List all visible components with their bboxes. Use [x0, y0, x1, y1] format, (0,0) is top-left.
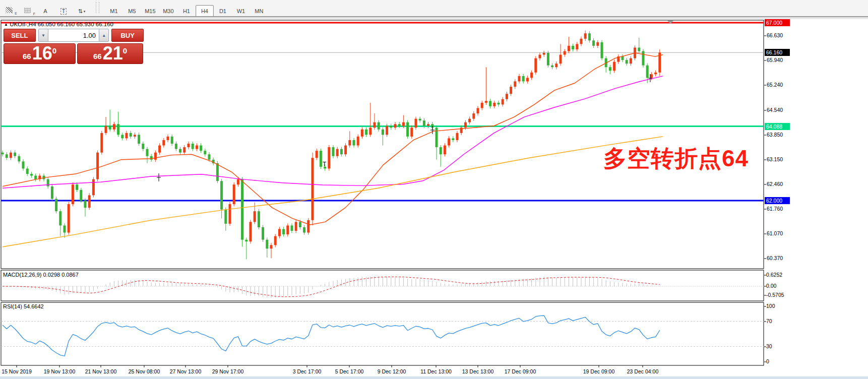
price-level-label: 62.000 [765, 197, 790, 204]
price-axis-label: 65.940 [767, 57, 783, 63]
one-click-trade-panel: SELL ▼ ▲ BUY 66 16 0 66 21 0 [4, 29, 144, 64]
rsi-indicator-label: RSI(14) 54.6642 [3, 303, 44, 309]
time-axis-label: 21 Nov 13:00 [85, 368, 116, 374]
time-axis-label: 27 Nov 13:00 [170, 368, 201, 374]
trade-prices-row: 66 16 0 66 21 0 [4, 43, 144, 64]
time-axis-label: 17 Dec 09:00 [505, 368, 536, 374]
price-axis-label: 65.240 [767, 82, 783, 88]
chart-annotation-text: 多空转折点64 [603, 143, 749, 174]
time-axis-label: 19 Dec 09:00 [583, 368, 614, 374]
time-axis-label: 15 Nov 2019 [2, 368, 32, 374]
time-axis-label: 13 Dec 13:00 [462, 368, 493, 374]
price-axis-label: 62.460 [767, 181, 783, 187]
time-axis-label: 29 Nov 17:00 [212, 368, 243, 374]
symbol-header: ▲ UKOIl-,H4 66.050 66.160 65.930 66.160 [4, 21, 113, 27]
sell-price-pips: 16 [32, 45, 52, 62]
time-axis-label: 19 Nov 13:00 [44, 368, 75, 374]
sell-price-whole: 66 [23, 52, 31, 60]
time-axis-label: 25 Nov 08:00 [129, 368, 160, 374]
volume-decrease-icon[interactable]: ▼ [38, 29, 48, 42]
indicator-axis-label: 0.6252 [766, 272, 782, 278]
time-axis-label: 5 Dec 17:00 [335, 368, 364, 374]
indicator-axis-label: 0.00 [766, 283, 776, 289]
buy-button[interactable]: BUY [111, 29, 144, 42]
price-level-label: 66.160 [765, 49, 790, 56]
time-axis-label: 3 Dec 17:00 [293, 368, 322, 374]
buy-price-pips: 21 [103, 45, 123, 62]
price-axis-label: 63.150 [767, 156, 783, 162]
price-level-label: 64.088 [765, 123, 790, 130]
time-axis-label: 11 Dec 13:00 [420, 368, 452, 374]
svg-text:T: T [323, 161, 327, 168]
indicator-axis-label: 30 [766, 343, 772, 349]
price-axis-label: 66.630 [767, 32, 783, 38]
sell-price-point: 0 [52, 46, 56, 55]
time-axis-label: 9 Dec 12:00 [378, 368, 406, 374]
indicator-axis-label: 70 [766, 318, 772, 324]
price-axis-label: 63.850 [767, 132, 783, 138]
buy-price-tile[interactable]: 66 21 0 [77, 43, 143, 64]
buy-price-point: 0 [123, 46, 127, 55]
price-level-label: 67.000 [765, 19, 790, 26]
sell-button[interactable]: SELL [4, 29, 36, 42]
sell-price-tile[interactable]: 66 16 0 [4, 43, 76, 64]
indicator-axis-label: 100 [766, 303, 775, 309]
trade-controls-row: SELL ▼ ▲ BUY [4, 29, 144, 42]
volume-increase-icon[interactable]: ▲ [99, 29, 109, 42]
price-axis-label: 61.070 [767, 230, 783, 236]
time-axis-label: 23 Dec 04:00 [627, 368, 658, 374]
indicator-axis-label: 0 [766, 358, 769, 364]
volume-input[interactable] [48, 29, 99, 42]
macd-indicator-label: MACD(12,26,9) 0.0298 0.0867 [3, 272, 79, 278]
price-axis-label: 60.370 [767, 255, 783, 261]
symbol-arrow-icon: ▲ [4, 22, 8, 27]
buy-price-whole: 66 [93, 52, 102, 60]
price-axis-label: 61.760 [767, 206, 783, 212]
trading-app-window: EFAT⇅▾ M1M5M15M30H1H4D1W1MN T ▲ UKOIl-,H… [0, 0, 868, 379]
price-axis-label: 64.540 [767, 107, 783, 113]
symbol-ohlc-text: UKOIl-,H4 66.050 66.160 65.930 66.160 [10, 21, 113, 27]
indicator-axis-label: -0.5705 [766, 292, 784, 298]
